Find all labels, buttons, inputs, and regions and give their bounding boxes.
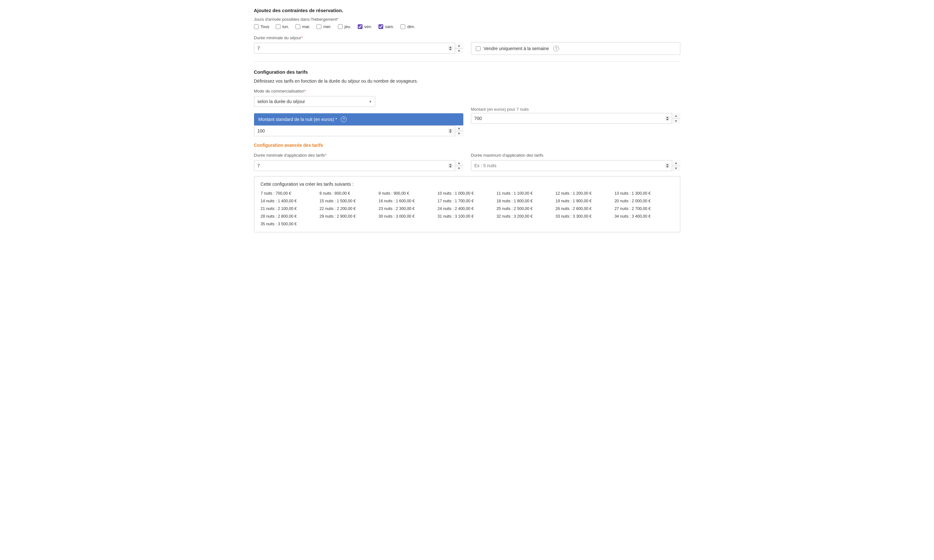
- min-stay-label: Durée minimale du séjour*: [254, 35, 463, 40]
- tarif-item: 30 nuits : 3 000,00 €: [379, 214, 437, 219]
- tarif-item: 13 nuits : 1 300,00 €: [615, 191, 674, 196]
- tarif-item: 24 nuits : 2 400,00 €: [437, 206, 497, 212]
- max-duree-input[interactable]: [471, 160, 680, 171]
- tarif-item: 29 nuits : 2 900,00 €: [319, 214, 379, 219]
- tarifs-title: Configuration des tarifs: [254, 69, 680, 75]
- tarif-item: 15 nuits : 1 500,00 €: [319, 198, 379, 204]
- day-mar-checkbox[interactable]: [295, 24, 300, 29]
- amount-input-wrapper: ▲ ▼: [471, 113, 680, 124]
- days-row: Tous lun. mar. mer. jeu. ven.: [254, 24, 680, 29]
- vendre-info-icon[interactable]: ?: [553, 46, 559, 51]
- day-jeu[interactable]: jeu.: [338, 24, 351, 29]
- day-dim[interactable]: dim.: [400, 24, 415, 29]
- tarif-item: 27 nuits : 2 700,00 €: [615, 206, 674, 212]
- tarif-item: 25 nuits : 2 500,00 €: [497, 206, 555, 212]
- tarif-item: 17 nuits : 1 700,00 €: [437, 198, 497, 204]
- day-lun-checkbox[interactable]: [276, 24, 280, 29]
- day-mer[interactable]: mer.: [317, 24, 331, 29]
- min-stay-input[interactable]: [254, 43, 463, 54]
- duree-row: Durée minimale d'application des tarifs*…: [254, 153, 680, 171]
- min-duree-label: Durée minimale d'application des tarifs*: [254, 153, 463, 158]
- tarif-item: 18 nuits : 1 800,00 €: [497, 198, 555, 204]
- advanced-config-link[interactable]: Configuration avancée des tarifs: [254, 143, 323, 148]
- tarif-item: 35 nuits : 3 500,00 €: [261, 221, 320, 227]
- tarif-item: 9 nuits : 900,00 €: [379, 191, 437, 196]
- min-stay-up[interactable]: ▲: [455, 43, 463, 49]
- max-duree-group: Durée maximum d'application des tarifs ▲…: [471, 153, 680, 171]
- amount-up[interactable]: ▲: [672, 113, 680, 119]
- tarif-item: 21 nuits : 2 100,00 €: [261, 206, 320, 212]
- tarifs-section: Configuration des tarifs Définissez vos …: [254, 69, 680, 232]
- vendre-group: Vendre uniquement à la semaine ?: [471, 35, 680, 55]
- day-tous-checkbox[interactable]: [254, 24, 259, 29]
- standard-spinner: ▲ ▼: [455, 125, 463, 136]
- day-mar[interactable]: mar.: [295, 24, 310, 29]
- max-duree-down[interactable]: ▼: [672, 166, 680, 171]
- amount-down[interactable]: ▼: [672, 119, 680, 124]
- min-duree-up[interactable]: ▲: [455, 160, 463, 166]
- min-duree-input[interactable]: [254, 160, 463, 171]
- min-duree-spinner: ▲ ▼: [455, 160, 463, 171]
- tarif-item: 12 nuits : 1 200,00 €: [555, 191, 615, 196]
- standard-info-icon[interactable]: ?: [341, 117, 346, 122]
- mode-select-wrapper: selon la durée du séjour selon le nombre…: [254, 96, 375, 107]
- tarif-item: 28 nuits : 2 800,00 €: [261, 214, 320, 219]
- vendre-semaine-checkbox[interactable]: [476, 46, 480, 51]
- min-stay-input-wrapper: ▲ ▼: [254, 43, 463, 54]
- min-duree-group: Durée minimale d'application des tarifs*…: [254, 153, 463, 171]
- min-stay-spinner: ▲ ▼: [455, 43, 463, 54]
- standard-header: Montant standard de la nuit (en euros) *…: [254, 113, 463, 125]
- tarif-item: 33 nuits : 3 300,00 €: [555, 214, 615, 219]
- day-tous[interactable]: Tous: [254, 24, 269, 29]
- reservation-section: Ajoutez des contraintes de réservation. …: [254, 8, 680, 55]
- max-duree-label: Durée maximum d'application des tarifs: [471, 153, 680, 158]
- day-dim-checkbox[interactable]: [400, 24, 405, 29]
- amount-spinner: ▲ ▼: [672, 113, 680, 124]
- tarif-item: 34 nuits : 3 400,00 €: [615, 214, 674, 219]
- tarif-item: 23 nuits : 2 300,00 €: [379, 206, 437, 212]
- min-duree-down[interactable]: ▼: [455, 166, 463, 171]
- day-ven-checkbox[interactable]: [358, 24, 363, 29]
- max-duree-spinner: ▲ ▼: [672, 160, 680, 171]
- min-stay-row: Durée minimale du séjour* ▲ ▼ Vendre uni…: [254, 35, 680, 55]
- tarif-item: 31 nuits : 3 100,00 €: [437, 214, 497, 219]
- tarif-item: 8 nuits : 800,00 €: [319, 191, 379, 196]
- standard-input-wrapper: ▲ ▼: [254, 125, 463, 136]
- summary-title: Cette configuration va créer les tarifs …: [261, 182, 674, 187]
- amount-input[interactable]: [471, 113, 680, 124]
- amount-label: Montant (en euros) pour 7 nuits: [471, 107, 680, 112]
- min-duree-input-wrapper: ▲ ▼: [254, 160, 463, 171]
- tarifs-summary-grid: 7 nuits : 700,00 €8 nuits : 800,00 €9 nu…: [261, 191, 674, 227]
- reservation-title: Ajoutez des contraintes de réservation.: [254, 8, 680, 13]
- summary-box: Cette configuration va créer les tarifs …: [254, 176, 680, 232]
- day-sam-checkbox[interactable]: [379, 24, 383, 29]
- tarif-item: 10 nuits : 1 000,00 €: [437, 191, 497, 196]
- mode-select[interactable]: selon la durée du séjour selon le nombre…: [254, 96, 375, 107]
- arrival-days-label: Jours d'arrivée possibles dans l'héberge…: [254, 17, 680, 22]
- tarif-item: 32 nuits : 3 200,00 €: [497, 214, 555, 219]
- standard-col: Montant standard de la nuit (en euros) *…: [254, 107, 463, 136]
- day-mer-checkbox[interactable]: [317, 24, 321, 29]
- standard-up[interactable]: ▲: [455, 125, 463, 131]
- tarif-item: 20 nuits : 2 000,00 €: [615, 198, 674, 204]
- max-duree-input-wrapper: ▲ ▼: [471, 160, 680, 171]
- section-divider: [254, 61, 680, 62]
- tarif-item: 11 nuits : 1 100,00 €: [497, 191, 555, 196]
- tarif-item: 14 nuits : 1 400,00 €: [261, 198, 320, 204]
- tarif-item: 22 nuits : 2 200,00 €: [319, 206, 379, 212]
- day-jeu-checkbox[interactable]: [338, 24, 343, 29]
- day-lun[interactable]: lun.: [276, 24, 289, 29]
- vendre-semaine-row: Vendre uniquement à la semaine ?: [471, 42, 680, 55]
- max-duree-up[interactable]: ▲: [672, 160, 680, 166]
- day-ven[interactable]: ven.: [358, 24, 372, 29]
- standard-input[interactable]: [254, 125, 463, 136]
- min-stay-down[interactable]: ▼: [455, 49, 463, 54]
- min-stay-group: Durée minimale du séjour* ▲ ▼: [254, 35, 463, 55]
- day-sam[interactable]: sam.: [379, 24, 394, 29]
- tarif-item: 19 nuits : 1 900,00 €: [555, 198, 615, 204]
- tarif-item: 16 nuits : 1 600,00 €: [379, 198, 437, 204]
- standard-down[interactable]: ▼: [455, 131, 463, 137]
- tarif-item: 7 nuits : 700,00 €: [261, 191, 320, 196]
- tarif-main-cols: Montant standard de la nuit (en euros) *…: [254, 107, 680, 136]
- mode-label: Mode de commercialisation*: [254, 89, 680, 94]
